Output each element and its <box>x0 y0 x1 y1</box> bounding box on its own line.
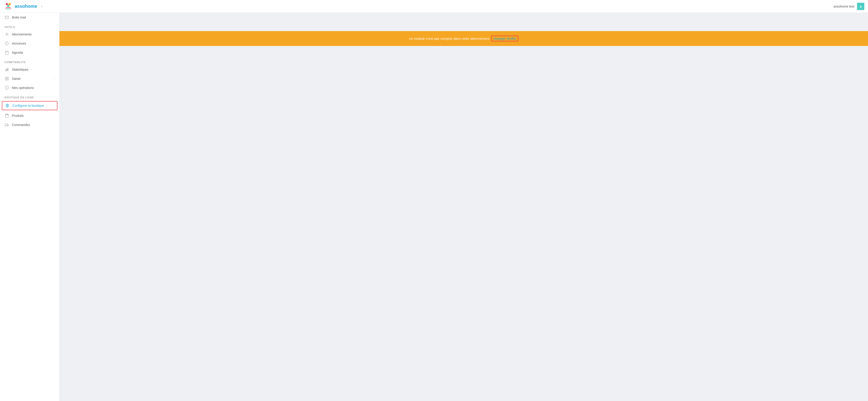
grid-icon <box>5 76 9 81</box>
svg-rect-13 <box>7 69 7 71</box>
sidebar-item-saisie[interactable]: Saisie › <box>0 74 59 83</box>
sidebar-item-agenda-label: Agenda <box>12 51 55 54</box>
sidebar-item-mes-operations[interactable]: C Mes opérations <box>0 83 59 92</box>
truck-icon <box>5 123 9 127</box>
svg-point-28 <box>7 125 8 126</box>
svg-rect-26 <box>5 124 7 126</box>
svg-rect-15 <box>5 77 6 78</box>
sidebar-item-produits-label: Produits <box>12 114 55 118</box>
gear-icon <box>5 103 10 108</box>
svg-text:C: C <box>6 87 7 89</box>
header: assohome ‹ assohome test a <box>0 0 868 13</box>
svg-point-4 <box>6 33 7 34</box>
sidebar-item-commandes[interactable]: Commandes <box>0 120 59 129</box>
sidebar-item-mes-operations-label: Mes opérations <box>12 86 55 90</box>
svg-rect-18 <box>7 79 8 80</box>
svg-rect-17 <box>5 79 6 80</box>
svg-rect-8 <box>5 51 8 54</box>
svg-rect-12 <box>5 69 6 71</box>
sidebar-section-comptabilite: COMPTABILITÉ <box>0 57 59 65</box>
banner-message: ce module n'est pas compris dans votre a… <box>409 37 489 40</box>
user-name: assohome test <box>834 5 854 8</box>
svg-rect-14 <box>7 68 8 71</box>
header-right: assohome test a <box>834 3 864 10</box>
calendar-icon <box>5 50 9 55</box>
change-offer-link[interactable]: changer d'offre <box>491 36 518 41</box>
mail-icon <box>5 15 9 20</box>
sidebar-section-boutique: BOUTIQUE EN LIGNE <box>0 92 59 100</box>
sidebar-item-produits[interactable]: Produits <box>0 111 59 120</box>
sidebar-item-abonnements[interactable]: Abonnements <box>0 30 59 39</box>
sidebar-item-boite-mail-label: Boite mail <box>12 16 55 19</box>
sidebar-item-configurer-boutique-label: Configurer la boutique <box>12 104 54 107</box>
sidebar-item-annonces[interactable]: Annonces <box>0 39 59 48</box>
chevron-right-icon: › <box>54 77 55 80</box>
svg-point-2 <box>7 5 9 7</box>
sidebar-item-agenda[interactable]: Agenda <box>0 48 59 57</box>
svg-point-1 <box>8 3 11 5</box>
svg-point-0 <box>6 3 8 5</box>
logo-icon <box>4 2 13 11</box>
subscription-banner: ce module n'est pas compris dans votre a… <box>59 31 868 46</box>
logo[interactable]: assohome <box>4 2 37 11</box>
sidebar-item-abonnements-label: Abonnements <box>12 32 55 36</box>
sidebar-section-outils: OUTILS <box>0 22 59 30</box>
header-left: assohome ‹ <box>4 2 42 11</box>
svg-rect-22 <box>5 115 8 117</box>
sidebar-item-saisie-label: Saisie <box>12 77 51 81</box>
person-icon <box>5 32 9 37</box>
user-avatar[interactable]: a <box>857 3 864 10</box>
logo-text: assohome <box>14 4 37 9</box>
main-layout: Boite mail OUTILS Abonnements Annonce <box>0 13 868 401</box>
c-circle-icon: C <box>5 86 9 90</box>
sidebar-item-boite-mail[interactable]: Boite mail <box>0 13 59 22</box>
main-content: ce module n'est pas compris dans votre a… <box>59 13 868 401</box>
sidebar-item-commandes-label: Commandes <box>12 123 55 127</box>
sidebar-item-configurer-boutique[interactable]: Configurer la boutique <box>2 101 57 110</box>
sidebar-item-statistiques[interactable]: Statistiques <box>0 65 59 74</box>
collapse-sidebar-button[interactable]: ‹ <box>41 4 42 9</box>
shop-icon <box>5 114 9 118</box>
svg-rect-16 <box>7 77 8 78</box>
svg-point-27 <box>5 125 6 126</box>
svg-point-7 <box>7 44 7 44</box>
sidebar: Boite mail OUTILS Abonnements Annonce <box>0 13 59 401</box>
exclamation-icon <box>5 41 9 46</box>
bar-chart-icon <box>5 67 9 72</box>
sidebar-item-annonces-label: Annonces <box>12 41 55 45</box>
svg-point-21 <box>7 105 8 106</box>
sidebar-item-statistiques-label: Statistiques <box>12 68 55 71</box>
